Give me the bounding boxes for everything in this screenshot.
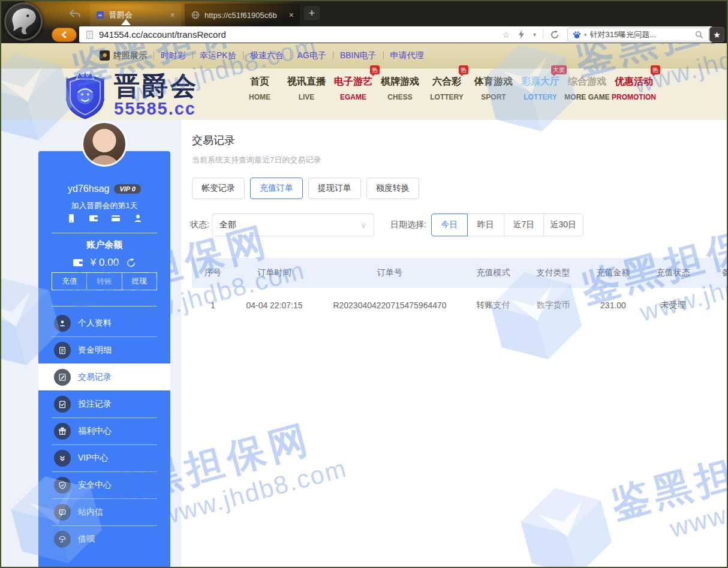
divider <box>192 52 193 59</box>
site-logo[interactable]: 晋爵会 55585.cc <box>61 70 198 121</box>
tab-withdraw-orders[interactable]: 提现订单 <box>308 178 361 199</box>
tab-quota-transfer[interactable]: 额度转换 <box>366 178 419 199</box>
withdraw-button[interactable]: 提现 <box>122 273 157 290</box>
sidebar-item-bets[interactable]: 投注记录 <box>38 390 170 417</box>
sidebar-item-transactions[interactable]: 交易记录 <box>38 363 170 390</box>
tab-account-changes[interactable]: 帐变记录 <box>192 178 245 199</box>
divider <box>383 52 384 59</box>
history-back-icon[interactable] <box>68 8 82 20</box>
phone-icon[interactable] <box>67 214 76 223</box>
address-bar[interactable]: 941554.cc/account/transRecord ☆ ▾ ▾ 针对31… <box>79 26 712 43</box>
divider <box>543 30 543 40</box>
sidebar-item-security[interactable]: 安全中心 <box>38 471 170 498</box>
browser-menu-logo[interactable] <box>4 2 43 41</box>
hot-badge: 热 <box>459 65 468 74</box>
balance-row: ¥ 0.00 <box>38 257 170 269</box>
divider <box>52 306 157 306</box>
funds-detail-icon <box>54 342 71 359</box>
sidebar-item-funds[interactable]: 资金明细 <box>38 336 170 363</box>
deposit-button[interactable]: 充值 <box>52 273 86 290</box>
lightning-icon[interactable] <box>518 30 525 39</box>
nav-promotion[interactable]: 优惠活动热 PROMOTION <box>610 76 657 101</box>
divider <box>243 52 243 59</box>
topbar-link-pk10[interactable]: 幸运PK拾 <box>200 50 236 61</box>
vip-badge: VIP 0 <box>114 184 141 194</box>
baidu-paw-icon <box>573 31 581 39</box>
sidebar-item-profile[interactable]: 个人资料 <box>38 309 170 336</box>
topbar-link-ag[interactable]: AG电子 <box>297 50 326 61</box>
tab-active[interactable]: 晋爵会 × <box>90 4 181 26</box>
search-box[interactable]: ▾ 针对315曝光问题... <box>567 28 709 41</box>
avatar[interactable] <box>82 121 127 167</box>
username: yd76hsag <box>68 184 109 194</box>
topbar-link-liuhe[interactable]: 极速六合 <box>250 50 284 61</box>
message-icon <box>54 504 71 521</box>
date-today-button[interactable]: 今日 <box>431 214 468 236</box>
refresh-icon[interactable] <box>550 30 559 40</box>
transfer-button[interactable]: 转账 <box>86 273 121 290</box>
chevron-down-icon[interactable]: ▾ <box>584 32 587 38</box>
new-tab-button[interactable]: + <box>304 6 320 20</box>
sidebar-menu: 个人资料 资金明细 交易记录 投注记录 福利中心 <box>38 309 170 552</box>
topbar-link-ssc[interactable]: 时时彩 <box>161 50 186 61</box>
bank-card-icon[interactable] <box>111 214 121 223</box>
bet-record-icon <box>54 396 71 413</box>
nav-home[interactable]: 首页 HOME <box>236 76 283 101</box>
sidebar-item-loan[interactable]: 借呗 <box>38 525 170 552</box>
account-sidebar: yd76hsag VIP 0 加入晋爵会的第1天 账户余额 ¥ 0.00 充值 … <box>38 151 170 568</box>
page-icon <box>85 30 94 40</box>
browser-chrome: 晋爵会 × https://c51f61905c6b × + 941554.cc… <box>1 1 727 43</box>
nav-egame[interactable]: 电子游艺热 EGAME <box>330 76 377 101</box>
topbar-link-bbin[interactable]: BBIN电子 <box>340 50 377 61</box>
license-brand[interactable]: ✸ 牌照展示 <box>100 50 147 61</box>
nav-sport[interactable]: 体育游戏 SPORT <box>470 76 517 101</box>
nav-more-game[interactable]: 综合游戏 MORE GAME <box>564 76 610 101</box>
date-yesterday-button[interactable]: 昨日 <box>467 214 504 236</box>
nav-live[interactable]: 视讯直播 LIVE <box>283 76 330 101</box>
back-button[interactable] <box>52 28 77 42</box>
chevron-down-icon[interactable]: ▾ <box>533 31 536 38</box>
close-tab-icon[interactable]: × <box>170 11 175 19</box>
nav-mark6[interactable]: 六合彩热 LOTTERY <box>423 76 470 101</box>
sidebar-item-messages[interactable]: 站内信 <box>38 498 170 525</box>
tab-strip: 晋爵会 × https://c51f61905c6b × + <box>1 1 727 26</box>
nav-lottery-hall[interactable]: 彩票大厅大奖 LOTTERY <box>517 76 564 101</box>
username-row: yd76hsag VIP 0 <box>38 184 170 194</box>
tab-inactive[interactable]: https://c51f61905c6b × <box>185 4 300 26</box>
sidebar-item-vip[interactable]: VIP中心 <box>38 444 170 471</box>
refresh-icon[interactable] <box>126 258 136 268</box>
search-icon[interactable] <box>695 31 703 39</box>
sidebar-item-welfare[interactable]: 福利中心 <box>38 417 170 444</box>
divider <box>333 52 333 59</box>
bookmark-star-icon[interactable]: ☆ <box>502 30 510 40</box>
date-label: 日期选择: <box>390 220 426 230</box>
date-7days-button[interactable]: 近7日 <box>504 214 544 236</box>
site-topbar: ✸ 牌照展示 时时彩 幸运PK拾 极速六合 AG电子 BBIN电子 申请代理 <box>1 43 728 68</box>
browser-window: ✸ 牌照展示 时时彩 幸运PK拾 极速六合 AG电子 BBIN电子 申请代理 <box>0 0 728 568</box>
nav-chess[interactable]: 棋牌游戏 CHESS <box>377 76 423 101</box>
chevron-down-icon: ∨ <box>360 221 366 230</box>
date-30days-button[interactable]: 近30日 <box>543 214 583 236</box>
logo-title: 晋爵会 <box>114 73 198 99</box>
url-text[interactable]: 941554.cc/account/transRecord <box>99 29 498 40</box>
filter-bar: 状态: 全部 ∨ 日期选择: 今日 昨日 近7日 近30日 <box>190 214 583 236</box>
favorites-button[interactable]: ★ <box>709 27 724 42</box>
balance-actions: 充值 转账 提现 <box>52 272 157 290</box>
hot-badge: 热 <box>651 65 660 74</box>
tab-deposit-orders[interactable]: 充值订单 <box>250 178 303 199</box>
balance-label: 账户余额 <box>38 239 170 251</box>
table-header-row: 序号 订单时间 订单号 充值模式 支付类型 充值金额 充值状态 备注 <box>192 258 728 288</box>
profile-icon <box>54 315 71 332</box>
close-tab-icon[interactable]: × <box>289 11 294 19</box>
wallet-icon[interactable] <box>89 214 98 223</box>
web-page: ✸ 牌照展示 时时彩 幸运PK拾 极速六合 AG电子 BBIN电子 申请代理 <box>1 43 728 568</box>
shield-check-icon <box>54 477 71 494</box>
page-title: 交易记录 <box>192 133 235 148</box>
umbrella-loan-icon <box>54 531 71 548</box>
search-input[interactable]: 针对315曝光问题... <box>590 29 692 40</box>
status-select[interactable]: 全部 ∨ <box>212 214 374 236</box>
page-subtitle: 当前系统支持查询最近7日的交易记录 <box>192 155 321 166</box>
status-label: 状态: <box>190 220 209 230</box>
topbar-link-agent[interactable]: 申请代理 <box>390 50 424 61</box>
person-icon[interactable] <box>133 214 143 223</box>
